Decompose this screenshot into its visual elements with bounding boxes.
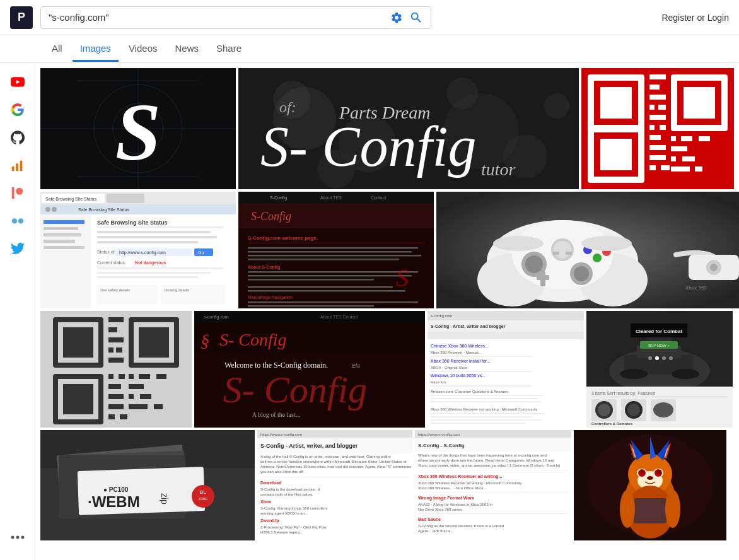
svg-text:Agent... 1PK that is...: Agent... 1PK that is... (418, 529, 454, 533)
svg-point-69 (52, 207, 57, 212)
svg-text:Nor Drive Xbox 360 series: Nor Drive Xbox 360 series (418, 508, 462, 511)
svg-text:S- Config: S- Config (219, 330, 287, 349)
svg-text:S-Config - S-Config: S-Config - S-Config (418, 443, 465, 448)
svg-rect-46 (660, 125, 666, 130)
logo-letter: P (18, 11, 25, 24)
svg-rect-107 (248, 247, 418, 249)
image-r3c3[interactable]: s-config.com S-Config - Artist, writer a… (428, 311, 584, 428)
svg-rect-0 (11, 166, 14, 171)
svg-text:America. North Americas 10 bes: America. North Americas 10 best cities, … (260, 465, 411, 469)
tab-all[interactable]: All (44, 37, 70, 62)
svg-text:zip: zip (160, 493, 170, 505)
sidebar-icon-mixcloud[interactable] (5, 208, 30, 233)
search-input[interactable] (49, 12, 385, 23)
svg-rect-53 (671, 156, 676, 161)
svg-text:Xbox 360 Wireless... · Niro Of: Xbox 360 Wireless... · Niro Office Xbox.… (418, 486, 487, 490)
image-r3c2[interactable]: s-config.com About TES Contact S- Config… (194, 311, 425, 428)
svg-text:S-Config: S-Config (270, 195, 287, 201)
svg-text:S-Config - Artist, writer, and: S-Config - Artist, writer, and blogger (260, 443, 358, 449)
tab-news[interactable]: News (167, 37, 206, 62)
image-r4c4[interactable] (574, 430, 726, 540)
svg-rect-264 (260, 477, 409, 477)
svg-rect-45 (649, 125, 655, 130)
svg-rect-207 (431, 395, 544, 396)
svg-rect-76 (44, 246, 84, 249)
svg-point-312 (656, 470, 661, 475)
svg-rect-114 (248, 279, 374, 281)
sidebar-icon-analytics[interactable] (5, 153, 30, 178)
svg-text:S-Config is the download secti: S-Config is the download section. It (260, 487, 320, 491)
svg-point-132 (574, 266, 589, 281)
svg-rect-205 (431, 385, 532, 387)
svg-text:About S-Config: About S-Config (248, 265, 280, 270)
svg-rect-140 (566, 252, 572, 255)
image-r1c3[interactable] (581, 68, 734, 189)
tab-videos[interactable]: Videos (121, 37, 165, 62)
image-r3c4[interactable]: Cleared for Combat BUY NOW > 3 items Sor… (586, 311, 733, 428)
register-login-link[interactable]: Register or Login (661, 13, 729, 23)
svg-point-5 (11, 536, 14, 539)
svg-rect-59 (661, 165, 670, 170)
svg-rect-51 (699, 136, 710, 141)
svg-rect-290 (418, 513, 568, 514)
image-r1c2[interactable]: of: Parts Dream S- Config tutor (238, 68, 579, 189)
svg-rect-165 (108, 384, 121, 389)
image-r4c1[interactable]: ● PC100 ·WEBM zip DL ZONE (40, 430, 255, 540)
svg-point-21 (544, 93, 569, 119)
search-button[interactable] (409, 11, 423, 25)
svg-text:s-config.com: s-config.com (204, 315, 229, 320)
settings-icon[interactable] (390, 11, 403, 24)
svg-text:where we primarily done into t: where we primarily done into the future.… (417, 458, 554, 462)
svg-rect-39 (649, 74, 666, 79)
sidebar-icon-google[interactable] (5, 97, 30, 122)
svg-rect-73 (44, 227, 78, 230)
svg-text:Chinese Xbox 360 Wireless...: Chinese Xbox 360 Wireless... (431, 344, 489, 348)
svg-point-7 (21, 536, 24, 539)
svg-point-317 (620, 490, 635, 528)
sidebar-icon-more[interactable] (5, 525, 30, 550)
image-r2c2[interactable]: S-Config About TES Contact S-Config S-Co… (238, 192, 434, 308)
svg-rect-110 (248, 259, 399, 260)
svg-rect-202 (431, 371, 532, 372)
svg-rect-213 (431, 419, 541, 421)
sidebar-icon-youtube[interactable] (5, 69, 30, 95)
svg-rect-58 (649, 165, 656, 170)
svg-point-229 (662, 356, 666, 360)
svg-point-230 (669, 356, 673, 360)
sidebar-icon-patreon[interactable] (5, 180, 30, 206)
svg-text:About  TES  Contact: About TES Contact (320, 315, 358, 319)
image-row-1: S (40, 68, 734, 189)
image-r2c1[interactable]: Safe Browsing Site Status Safe Browsing … (40, 192, 236, 308)
image-r4c3[interactable]: https://www.s-config.com S-Config - S-Co… (415, 430, 571, 540)
svg-text:HTML5 Netware legacy.: HTML5 Netware legacy. (260, 530, 301, 534)
image-r4c2[interactable]: https://www.s-config.com S-Config - Arti… (257, 430, 412, 540)
tab-share[interactable]: Share (209, 37, 249, 62)
svg-point-239 (627, 404, 640, 416)
image-r1c1[interactable]: S (40, 68, 236, 189)
sidebar-icon-github[interactable] (5, 125, 30, 150)
svg-point-228 (655, 356, 659, 360)
logo[interactable]: P (10, 6, 33, 29)
svg-rect-156 (63, 384, 93, 414)
svg-text:Safe Browsing Site Status: Safe Browsing Site Status (78, 207, 129, 213)
sidebar-icon-twitter[interactable] (5, 236, 30, 261)
svg-text:http://www.s-config.com: http://www.s-config.com (119, 250, 166, 255)
svg-rect-32 (600, 87, 632, 119)
svg-rect-211 (431, 413, 544, 414)
svg-text:Xbox: Xbox (260, 499, 271, 504)
svg-text:Xbox 360 Wireless Receiver ad : Xbox 360 Wireless Receiver ad writing - … (418, 481, 521, 485)
svg-point-311 (640, 470, 645, 475)
svg-rect-91 (97, 276, 198, 278)
svg-text:Have fun: Have fun (431, 380, 446, 384)
image-r2c3[interactable]: Xbox 360 (436, 192, 739, 308)
image-row-2: Safe Browsing Site Status Safe Browsing … (40, 192, 734, 308)
svg-rect-42 (649, 105, 655, 110)
svg-text:Controllers & Remotes: Controllers & Remotes (591, 422, 633, 426)
image-r3c1[interactable] (40, 311, 192, 428)
svg-text:ZONE: ZONE (199, 497, 208, 501)
svg-rect-212 (431, 416, 532, 417)
tab-images[interactable]: Images (73, 37, 119, 62)
svg-point-222 (672, 369, 699, 379)
svg-rect-179 (194, 311, 425, 322)
svg-rect-47 (649, 135, 661, 140)
